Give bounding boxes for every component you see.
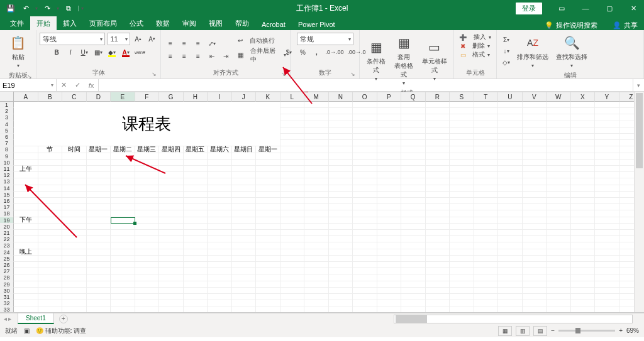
cell[interactable] [547, 230, 571, 236]
col-header[interactable]: C [62, 92, 87, 102]
col-header[interactable]: X [571, 92, 596, 102]
cell[interactable] [474, 300, 499, 306]
cell[interactable] [474, 288, 499, 294]
cell[interactable] [353, 192, 377, 198]
cell[interactable] [595, 153, 619, 160]
cell[interactable] [159, 172, 184, 178]
cell[interactable] [159, 249, 184, 256]
cell[interactable] [304, 294, 329, 300]
cell[interactable] [208, 224, 232, 230]
cell[interactable] [547, 306, 571, 313]
cell[interactable] [329, 224, 353, 230]
sort-filter-button[interactable]: AZ排序和筛选▾ [514, 33, 551, 70]
touch-icon[interactable]: ⧉ [63, 3, 74, 14]
cell[interactable] [377, 172, 402, 178]
cell[interactable] [426, 288, 450, 294]
cell[interactable] [62, 210, 87, 217]
cell[interactable] [184, 198, 208, 204]
cell[interactable] [474, 192, 499, 198]
cell[interactable] [208, 268, 232, 274]
cell[interactable] [38, 274, 63, 281]
cell[interactable] [87, 160, 111, 166]
cell[interactable] [377, 242, 402, 249]
cell[interactable] [38, 288, 63, 294]
cell[interactable] [353, 178, 377, 185]
cell[interactable] [474, 134, 499, 140]
col-header[interactable]: O [353, 92, 377, 102]
tab-插入[interactable]: 插入 [57, 16, 83, 30]
clear-icon[interactable]: ◇▾ [501, 57, 512, 68]
cell[interactable] [62, 242, 87, 249]
cell[interactable] [595, 256, 619, 262]
cell[interactable] [523, 230, 547, 236]
find-select-button[interactable]: 🔍查找和选择▾ [553, 33, 590, 70]
cell[interactable] [595, 294, 619, 300]
cell[interactable] [280, 242, 305, 249]
cell-styles-button[interactable]: ▭单元格样式▾ [419, 37, 450, 83]
cell[interactable] [426, 281, 450, 288]
cell[interactable] [280, 306, 305, 313]
row-header[interactable]: 33 [0, 306, 14, 313]
cell[interactable] [232, 242, 257, 249]
cell[interactable] [184, 274, 208, 281]
fill-icon[interactable]: ↓▾ [501, 46, 512, 57]
indent-inc-icon[interactable]: ⇥ [220, 51, 231, 62]
cell[interactable] [571, 249, 596, 256]
header-cell[interactable]: 时间 [62, 146, 87, 153]
cell[interactable] [474, 262, 499, 268]
cell[interactable] [450, 198, 474, 204]
cell[interactable] [426, 192, 450, 198]
cell[interactable] [329, 121, 353, 127]
cell[interactable] [14, 224, 38, 230]
cell[interactable] [595, 262, 619, 268]
cell[interactable] [426, 294, 450, 300]
cell[interactable] [595, 217, 619, 224]
cell[interactable] [474, 127, 499, 134]
cell[interactable] [232, 172, 257, 178]
tab-Acrobat[interactable]: Acrobat [255, 18, 292, 30]
cell[interactable] [38, 300, 63, 306]
cell[interactable] [401, 146, 426, 153]
cell[interactable] [595, 281, 619, 288]
cell[interactable] [474, 153, 499, 160]
cell[interactable] [304, 121, 329, 127]
cell[interactable] [329, 140, 353, 146]
cell[interactable] [329, 198, 353, 204]
cell[interactable] [184, 230, 208, 236]
cell[interactable] [426, 249, 450, 256]
cell[interactable] [208, 306, 232, 313]
cell[interactable] [498, 210, 523, 217]
col-header[interactable]: T [474, 92, 499, 102]
cell[interactable] [353, 172, 377, 178]
cell[interactable] [280, 192, 305, 198]
cell[interactable] [232, 166, 257, 172]
cell[interactable] [256, 198, 280, 204]
cell[interactable] [377, 268, 402, 274]
cell[interactable] [571, 114, 596, 121]
cell[interactable] [547, 210, 571, 217]
cell[interactable] [498, 288, 523, 294]
cell[interactable] [571, 281, 596, 288]
cell[interactable] [329, 281, 353, 288]
share-button[interactable]: 共享 [624, 21, 638, 30]
cell[interactable] [401, 236, 426, 242]
cell[interactable] [208, 210, 232, 217]
align-center-icon[interactable]: ≡ [179, 51, 190, 62]
cell[interactable] [14, 306, 38, 313]
cell[interactable] [14, 198, 38, 204]
tab-公式[interactable]: 公式 [123, 16, 150, 30]
cell[interactable] [232, 306, 257, 313]
cell[interactable] [14, 262, 38, 268]
cell[interactable] [329, 294, 353, 300]
cell[interactable] [14, 268, 38, 274]
cell[interactable] [547, 114, 571, 121]
cell[interactable] [38, 262, 63, 268]
decrease-font-icon[interactable]: A▾ [147, 33, 158, 45]
cell[interactable] [184, 306, 208, 313]
cell[interactable] [256, 249, 280, 256]
tellme-icon[interactable]: 💡 [545, 21, 553, 30]
cell[interactable] [523, 172, 547, 178]
cell[interactable] [135, 166, 160, 172]
cell[interactable] [547, 236, 571, 242]
header-cell[interactable]: 星期四 [159, 146, 184, 153]
